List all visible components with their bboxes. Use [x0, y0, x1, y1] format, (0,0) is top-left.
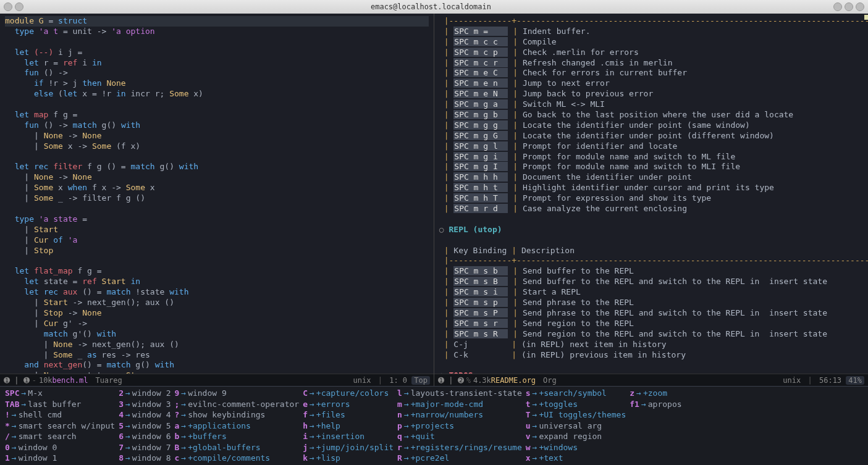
window-title: emacs@localhost.localdomain — [28, 2, 833, 11]
which-key-key[interactable]: q — [397, 432, 402, 441]
maximize-button[interactable] — [845, 2, 853, 11]
which-key-key[interactable]: 2 — [119, 388, 124, 398]
keybinding: SPC m r d — [453, 204, 508, 213]
which-key-command: +capture/colors — [316, 388, 389, 398]
which-key-key[interactable]: R — [397, 453, 402, 463]
which-key-key[interactable]: s — [526, 388, 531, 398]
which-key-command: show keybindings — [188, 410, 265, 419]
keybinding: SPC m s r — [453, 319, 508, 328]
which-key-command: +errors — [316, 400, 350, 409]
which-key-key[interactable]: z — [630, 388, 634, 398]
which-key-key[interactable]: 0 — [5, 443, 10, 452]
which-key-key[interactable]: n — [397, 410, 402, 419]
buffer-size: 10k — [39, 376, 53, 385]
which-key-key[interactable]: w — [526, 443, 531, 452]
which-key-key[interactable]: T — [526, 410, 531, 419]
which-key-key[interactable]: a — [174, 421, 179, 430]
which-key-key[interactable]: 8 — [119, 453, 124, 463]
which-key-key[interactable]: f1 — [630, 400, 639, 409]
which-key-key[interactable]: / — [5, 432, 10, 441]
which-key-key[interactable]: 7 — [119, 443, 124, 452]
which-key-popup: SPC→M-x2→window 29→window 9C→+capture/co… — [0, 386, 868, 465]
which-key-command: window 5 — [132, 421, 171, 430]
binding-description: Check .merlin for errors — [523, 48, 639, 57]
binding-description: Jump back to previous error — [523, 89, 653, 98]
which-key-command: layouts-transient-state — [411, 388, 522, 398]
which-key-key[interactable]: ? — [174, 410, 179, 419]
keybinding: SPC m g i — [453, 152, 508, 161]
scroll-indicator: 41% — [846, 376, 864, 385]
keybinding: SPC m s b — [453, 266, 508, 275]
keybinding: SPC m s B — [453, 277, 508, 286]
minimize-button[interactable] — [833, 2, 842, 11]
which-key-command: M-x — [28, 388, 42, 398]
which-key-command: +compile/comments — [188, 453, 270, 463]
which-key-key[interactable]: m — [397, 400, 402, 409]
binding-description: Refresh changed .cmis in merlin — [523, 58, 673, 67]
buffer-size: 4.3k — [473, 376, 491, 385]
which-key-key[interactable]: j — [303, 443, 308, 452]
which-key-command: window 8 — [132, 453, 171, 463]
keybinding: SPC m e n — [453, 78, 508, 88]
which-key-key[interactable]: f — [303, 410, 308, 419]
left-pane[interactable]: module G = struct type 'a t = unit -> 'a… — [0, 14, 434, 386]
which-key-key[interactable]: l — [397, 388, 402, 398]
major-mode: Org — [543, 376, 557, 385]
which-key-key[interactable]: k — [303, 453, 308, 463]
which-key-command: window 4 — [132, 410, 171, 419]
which-key-command: +toggles — [539, 400, 578, 409]
which-key-key[interactable]: h — [303, 421, 308, 430]
modeline-window-num: ➊ | ➊ — [4, 376, 30, 385]
which-key-key[interactable]: 9 — [174, 388, 179, 398]
binding-description: Send phrase to the REPL and switch to th… — [523, 308, 827, 317]
which-key-command: +narrow/numbers — [411, 410, 483, 419]
which-key-key[interactable]: ! — [5, 410, 10, 419]
keybinding: SPC m g b — [453, 110, 508, 119]
which-key-key[interactable]: c — [174, 453, 179, 463]
which-key-key[interactable]: 6 — [119, 432, 124, 441]
which-key-key[interactable]: 4 — [119, 410, 124, 419]
binding-description: Locate the identifier under point (diffe… — [523, 131, 774, 140]
which-key-key[interactable]: 1 — [5, 453, 10, 463]
binding-description: Send buffer to the REPL — [523, 266, 634, 275]
which-key-command: +projects — [411, 421, 454, 430]
section-heading: REPL (utop) — [449, 225, 502, 234]
which-key-key[interactable]: 3 — [119, 400, 124, 409]
scroll-indicator: Top — [411, 376, 430, 385]
os-label: unix — [353, 376, 371, 385]
code-buffer[interactable]: module G = struct type 'a t = unit -> 'a… — [0, 14, 434, 374]
which-key-key[interactable]: i — [303, 432, 308, 441]
which-key-key[interactable]: t — [526, 400, 531, 409]
which-key-key[interactable]: r — [397, 443, 402, 452]
keybinding: SPC m g I — [453, 162, 508, 171]
editor-split: module G = struct type 'a t = unit -> 'a… — [0, 14, 868, 386]
right-pane[interactable]: |-------------+-------------------------… — [434, 14, 868, 386]
which-key-key[interactable]: B — [174, 443, 179, 452]
which-key-command: +insertion — [316, 432, 364, 441]
which-key-key[interactable]: 5 — [119, 421, 124, 430]
binding-description: Prompt for expression and show its type — [523, 193, 711, 203]
binding-description: Send region to the REPL and switch to th… — [523, 329, 827, 338]
window-menu-icon[interactable] — [4, 2, 12, 11]
which-key-key[interactable]: e — [303, 400, 308, 409]
keybinding: SPC m s R — [453, 329, 508, 338]
which-key-command: +major-mode-cmd — [411, 400, 483, 409]
binding-description: Send region to the REPL — [523, 319, 634, 328]
which-key-key[interactable]: C — [303, 388, 308, 398]
which-key-key[interactable]: b — [174, 432, 179, 441]
which-key-key[interactable]: ; — [174, 400, 179, 409]
which-key-key[interactable]: v — [526, 432, 531, 441]
which-key-key[interactable]: * — [5, 421, 10, 430]
which-key-key[interactable]: p — [397, 421, 402, 430]
which-key-command: +quit — [411, 432, 435, 441]
which-key-key[interactable]: TAB — [5, 400, 19, 409]
which-key-key[interactable]: SPC — [5, 388, 19, 398]
which-key-command: +global-buffers — [188, 443, 260, 452]
binding-description: Case analyze the current enclosing — [523, 204, 687, 213]
close-button[interactable] — [856, 2, 864, 11]
which-key-command: window 3 — [132, 400, 171, 409]
left-modeline: ➊ | ➊ - 10k bench.ml Tuareg unix | 1: 0 … — [0, 374, 434, 386]
which-key-key[interactable]: u — [526, 421, 531, 430]
org-buffer[interactable]: |-------------+-------------------------… — [434, 14, 868, 374]
which-key-key[interactable]: x — [526, 453, 531, 463]
